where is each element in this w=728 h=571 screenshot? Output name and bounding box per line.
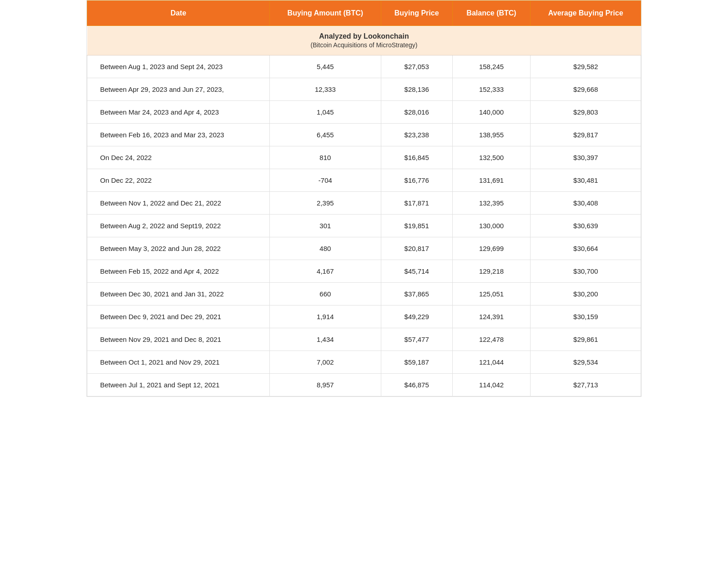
cell-avg-price: $29,668 xyxy=(531,78,641,101)
cell-price: $28,136 xyxy=(381,78,452,101)
cell-price: $49,229 xyxy=(381,306,452,328)
cell-amount: 810 xyxy=(269,146,381,169)
table-row: Between Aug 1, 2023 and Sept 24, 20235,4… xyxy=(87,55,641,78)
cell-amount: 1,434 xyxy=(269,328,381,351)
cell-date: Between Aug 2, 2022 and Sept19, 2022 xyxy=(87,215,270,237)
cell-price: $17,871 xyxy=(381,192,452,215)
cell-price: $37,865 xyxy=(381,283,452,306)
table-row: On Dec 22, 2022-704$16,776131,691$30,481 xyxy=(87,169,641,192)
cell-date: Between Dec 30, 2021 and Jan 31, 2022 xyxy=(87,283,270,306)
table-row: On Dec 24, 2022810$16,845132,500$30,397 xyxy=(87,146,641,169)
cell-amount: 301 xyxy=(269,215,381,237)
table-row: Between Dec 9, 2021 and Dec 29, 20211,91… xyxy=(87,306,641,328)
cell-balance: 125,051 xyxy=(452,283,531,306)
table-container: Date Buying Amount (BTC) Buying Price Ba… xyxy=(86,0,642,397)
cell-avg-price: $30,408 xyxy=(531,192,641,215)
cell-amount: 1,045 xyxy=(269,101,381,124)
table-row: Between Apr 29, 2023 and Jun 27, 2023,12… xyxy=(87,78,641,101)
cell-date: Between Nov 29, 2021 and Dec 8, 2021 xyxy=(87,328,270,351)
cell-avg-price: $29,817 xyxy=(531,124,641,146)
cell-avg-price: $30,200 xyxy=(531,283,641,306)
cell-date: Between Dec 9, 2021 and Dec 29, 2021 xyxy=(87,306,270,328)
table-row: Between Jul 1, 2021 and Sept 12, 20218,9… xyxy=(87,374,641,396)
cell-balance: 130,000 xyxy=(452,215,531,237)
table-row: Between Aug 2, 2022 and Sept19, 2022301$… xyxy=(87,215,641,237)
col-header-amount: Buying Amount (BTC) xyxy=(269,1,381,26)
cell-price: $19,851 xyxy=(381,215,452,237)
cell-balance: 132,395 xyxy=(452,192,531,215)
cell-balance: 131,691 xyxy=(452,169,531,192)
col-header-date: Date xyxy=(87,1,270,26)
cell-price: $59,187 xyxy=(381,351,452,374)
cell-date: Between Mar 24, 2023 and Apr 4, 2023 xyxy=(87,101,270,124)
cell-avg-price: $27,713 xyxy=(531,374,641,396)
cell-avg-price: $30,700 xyxy=(531,260,641,283)
cell-avg-price: $30,397 xyxy=(531,146,641,169)
cell-balance: 122,478 xyxy=(452,328,531,351)
cell-avg-price: $30,481 xyxy=(531,169,641,192)
cell-balance: 124,391 xyxy=(452,306,531,328)
cell-avg-price: $29,582 xyxy=(531,55,641,78)
col-header-balance: Balance (BTC) xyxy=(452,1,531,26)
cell-balance: 140,000 xyxy=(452,101,531,124)
cell-date: Between May 3, 2022 and Jun 28, 2022 xyxy=(87,237,270,260)
cell-price: $46,875 xyxy=(381,374,452,396)
cell-balance: 121,044 xyxy=(452,351,531,374)
cell-balance: 152,333 xyxy=(452,78,531,101)
subtitle-row: Analyzed by Lookonchain (Bitcoin Acquisi… xyxy=(87,26,641,55)
cell-amount: 480 xyxy=(269,237,381,260)
cell-date: Between Feb 15, 2022 and Apr 4, 2022 xyxy=(87,260,270,283)
data-table: Date Buying Amount (BTC) Buying Price Ba… xyxy=(87,0,641,396)
cell-avg-price: $29,861 xyxy=(531,328,641,351)
cell-amount: 5,445 xyxy=(269,55,381,78)
cell-price: $23,238 xyxy=(381,124,452,146)
subtitle-main: Analyzed by Lookonchain xyxy=(93,32,636,40)
cell-date: Between Aug 1, 2023 and Sept 24, 2023 xyxy=(87,55,270,78)
cell-amount: -704 xyxy=(269,169,381,192)
col-header-price: Buying Price xyxy=(381,1,452,26)
cell-amount: 7,002 xyxy=(269,351,381,374)
table-row: Between Nov 1, 2022 and Dec 21, 20222,39… xyxy=(87,192,641,215)
table-row: Between Dec 30, 2021 and Jan 31, 2022660… xyxy=(87,283,641,306)
table-row: Between May 3, 2022 and Jun 28, 2022480$… xyxy=(87,237,641,260)
cell-balance: 114,042 xyxy=(452,374,531,396)
cell-date: Between Oct 1, 2021 and Nov 29, 2021 xyxy=(87,351,270,374)
cell-avg-price: $30,159 xyxy=(531,306,641,328)
table-row: Between Feb 15, 2022 and Apr 4, 20224,16… xyxy=(87,260,641,283)
cell-avg-price: $30,664 xyxy=(531,237,641,260)
cell-price: $16,845 xyxy=(381,146,452,169)
subtitle-sub: (Bitcoin Acquisitions of MicroStrategy) xyxy=(93,41,636,49)
cell-date: On Dec 22, 2022 xyxy=(87,169,270,192)
cell-price: $16,776 xyxy=(381,169,452,192)
cell-price: $20,817 xyxy=(381,237,452,260)
cell-balance: 138,955 xyxy=(452,124,531,146)
cell-price: $57,477 xyxy=(381,328,452,351)
table-row: Between Mar 24, 2023 and Apr 4, 20231,04… xyxy=(87,101,641,124)
cell-balance: 132,500 xyxy=(452,146,531,169)
cell-price: $45,714 xyxy=(381,260,452,283)
cell-date: Between Nov 1, 2022 and Dec 21, 2022 xyxy=(87,192,270,215)
table-row: Between Nov 29, 2021 and Dec 8, 20211,43… xyxy=(87,328,641,351)
cell-date: Between Apr 29, 2023 and Jun 27, 2023, xyxy=(87,78,270,101)
cell-date: Between Jul 1, 2021 and Sept 12, 2021 xyxy=(87,374,270,396)
cell-amount: 12,333 xyxy=(269,78,381,101)
cell-amount: 4,167 xyxy=(269,260,381,283)
header-row: Date Buying Amount (BTC) Buying Price Ba… xyxy=(87,1,641,26)
cell-avg-price: $29,534 xyxy=(531,351,641,374)
cell-avg-price: $29,803 xyxy=(531,101,641,124)
cell-date: On Dec 24, 2022 xyxy=(87,146,270,169)
cell-amount: 1,914 xyxy=(269,306,381,328)
cell-balance: 129,699 xyxy=(452,237,531,260)
cell-amount: 2,395 xyxy=(269,192,381,215)
cell-balance: 129,218 xyxy=(452,260,531,283)
table-row: Between Feb 16, 2023 and Mar 23, 20236,4… xyxy=(87,124,641,146)
cell-balance: 158,245 xyxy=(452,55,531,78)
cell-date: Between Feb 16, 2023 and Mar 23, 2023 xyxy=(87,124,270,146)
cell-amount: 6,455 xyxy=(269,124,381,146)
cell-price: $28,016 xyxy=(381,101,452,124)
cell-amount: 660 xyxy=(269,283,381,306)
cell-price: $27,053 xyxy=(381,55,452,78)
cell-avg-price: $30,639 xyxy=(531,215,641,237)
table-row: Between Oct 1, 2021 and Nov 29, 20217,00… xyxy=(87,351,641,374)
cell-amount: 8,957 xyxy=(269,374,381,396)
